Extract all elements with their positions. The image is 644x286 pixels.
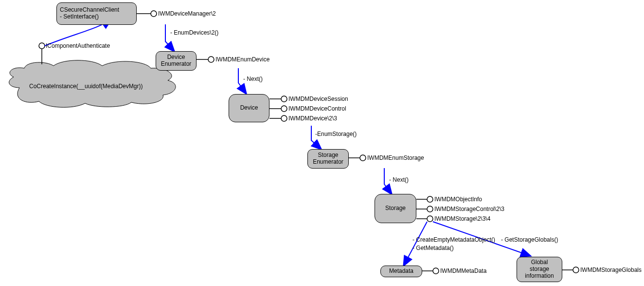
svg-point-18 xyxy=(427,206,433,212)
arrow-to-metadata xyxy=(404,222,427,266)
node-storage-enumerator: Storage Enumerator xyxy=(307,149,349,169)
iface-label-iwmdmobjectinfo: IWMDMObjectInfo xyxy=(434,196,482,203)
lollipop-iwmdmobjectinfo xyxy=(416,196,433,202)
lollipop-iwmdmdevicecontrol xyxy=(269,106,287,112)
node-metadata: Metadata xyxy=(380,266,422,277)
edge-label-enumstorage: -EnumStorage() xyxy=(315,131,357,137)
svg-point-20 xyxy=(427,216,433,222)
lollipop-iwmdmdevice xyxy=(269,115,287,121)
lollipop-icomponent-authenticate xyxy=(39,43,45,64)
svg-point-12 xyxy=(281,115,287,121)
node-label: Enumerator xyxy=(313,159,343,166)
iface-label-iwmdmstoragecontrol: IWMDMStorageControl\2\3 xyxy=(434,206,504,212)
node-secure-channel-client: CSecureChannelClient - SetInterface() xyxy=(56,2,137,25)
node-label: - SetInterface() xyxy=(60,14,99,20)
node-label: Enumerator xyxy=(161,61,192,68)
iface-label-iwmdmdevice: IWMDMDevice\2\3 xyxy=(288,115,337,122)
svg-point-24 xyxy=(573,267,579,273)
lollipop-iwmdmdevicesession xyxy=(269,96,287,102)
iface-label-icomponentauthenticate: IComponentAuthenticate xyxy=(46,42,110,49)
node-label: information xyxy=(525,273,554,280)
lollipop-iwmdmenumstorage xyxy=(349,155,366,161)
edge-label-getmetadata: - GetMetadata() xyxy=(412,245,454,251)
edge-label-createemptymeta: - CreateEmptyMetadataObject() xyxy=(412,236,495,243)
iface-label-iwmdmmetadata: IWMDMMetaData xyxy=(440,267,486,274)
node-label: Metadata xyxy=(389,268,413,275)
iface-label-iwmdevicemanager: IWMDeviceManager\2 xyxy=(158,10,216,17)
iface-label-iwmdmdevicesession: IWMDMDeviceSession xyxy=(288,95,348,102)
edge-label-next1: - Next() xyxy=(243,76,263,82)
node-storage: Storage xyxy=(375,194,416,223)
svg-point-8 xyxy=(281,96,287,102)
iface-label-iwmdmenumstorage: IWMDMEnumStorage xyxy=(367,154,424,161)
node-label: CSecureChannelClient xyxy=(60,7,119,14)
node-device-enumerator: Device Enumerator xyxy=(156,51,197,71)
arrow-enumdevices xyxy=(165,24,174,51)
svg-point-10 xyxy=(281,106,287,112)
node-label: Global xyxy=(531,259,548,266)
arrow-enumstorage xyxy=(311,126,321,149)
svg-point-2 xyxy=(39,43,45,49)
node-device: Device xyxy=(229,94,269,122)
lollipop-iwmdmstorageglobals xyxy=(562,267,579,273)
svg-point-6 xyxy=(208,57,214,62)
node-label: Device xyxy=(167,54,185,61)
node-label: storage xyxy=(530,266,549,273)
iface-label-iwmdmstorageglobals: IWMDMStorageGlobals xyxy=(580,267,642,273)
lollipop-iwmdmenumdevice xyxy=(197,57,214,62)
edge-label-next2: - Next() xyxy=(389,176,409,183)
node-label: Storage xyxy=(318,152,338,159)
svg-point-14 xyxy=(360,155,366,161)
iface-label-iwmdmenumdevice: IWMDMEnumDevice xyxy=(215,56,269,63)
lollipop-iwmdevicemanager xyxy=(137,11,157,17)
lollipop-iwmdmstorage xyxy=(416,216,433,222)
svg-point-16 xyxy=(427,196,433,202)
svg-point-22 xyxy=(433,268,439,274)
lollipop-iwmdmmetadata xyxy=(422,268,439,274)
node-global-storage-info: Global storage information xyxy=(517,257,562,282)
edge-label-getstorageglobals: - GetStorageGlobals() xyxy=(501,236,558,243)
edge-label-enumdevices: - EnumDevices\2() xyxy=(170,29,218,36)
svg-point-4 xyxy=(151,11,157,17)
lollipop-iwmdmstoragecontrol xyxy=(416,206,433,212)
iface-label-iwmdmdevicecontrol: IWMDMDeviceControl xyxy=(288,105,346,112)
iface-label-iwmdmstorage: IWMDMStorage\2\3\4 xyxy=(434,215,490,222)
cloud-label: CoCreateInstance(__uuidof(MediaDevMgr)) xyxy=(29,83,143,90)
node-label: Device xyxy=(240,105,258,112)
node-label: Storage xyxy=(385,205,406,212)
